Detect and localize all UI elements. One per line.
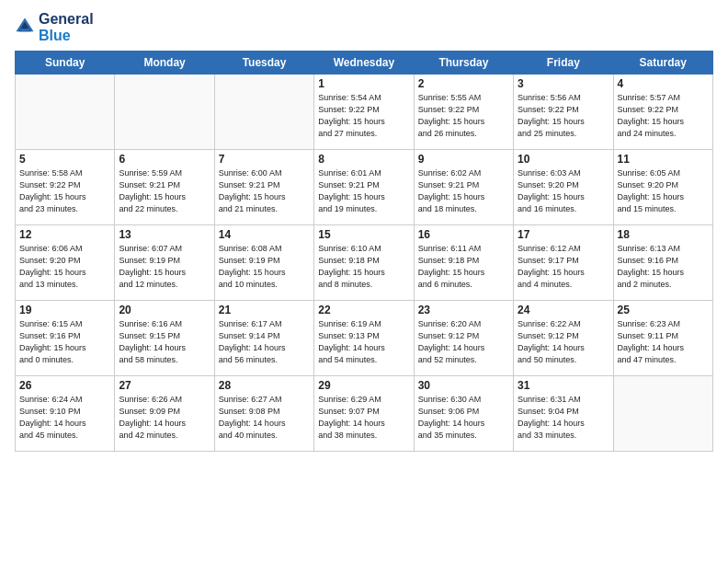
day-info: Sunrise: 5:57 AM Sunset: 9:22 PM Dayligh… [618,92,709,140]
day-cell: 19Sunrise: 6:15 AM Sunset: 9:16 PM Dayli… [16,301,115,376]
day-cell: 12Sunrise: 6:06 AM Sunset: 9:20 PM Dayli… [16,225,115,301]
page: General Blue SundayMondayTuesdayWednesda… [0,0,728,563]
day-number: 14 [219,228,310,241]
day-info: Sunrise: 6:16 AM Sunset: 9:15 PM Dayligh… [119,318,210,366]
logo-text-block: General Blue [39,11,94,43]
day-info: Sunrise: 5:56 AM Sunset: 9:22 PM Dayligh… [518,92,609,140]
day-info: Sunrise: 6:30 AM Sunset: 9:06 PM Dayligh… [418,394,509,442]
day-number: 1 [318,77,409,90]
day-info: Sunrise: 6:12 AM Sunset: 9:17 PM Dayligh… [518,243,609,291]
day-number: 3 [518,77,609,90]
weekday-header-row: SundayMondayTuesdayWednesdayThursdayFrid… [16,52,713,75]
day-info: Sunrise: 6:00 AM Sunset: 9:21 PM Dayligh… [219,167,310,215]
day-number: 26 [19,379,110,392]
day-number: 21 [219,304,310,316]
day-cell: 13Sunrise: 6:07 AM Sunset: 9:19 PM Dayli… [115,225,214,301]
day-info: Sunrise: 6:22 AM Sunset: 9:12 PM Dayligh… [518,318,609,366]
day-cell [613,376,712,452]
day-cell: 25Sunrise: 6:23 AM Sunset: 9:11 PM Dayli… [613,301,712,376]
day-cell: 14Sunrise: 6:08 AM Sunset: 9:19 PM Dayli… [214,225,313,301]
day-cell: 10Sunrise: 6:03 AM Sunset: 9:20 PM Dayli… [514,150,613,225]
week-row-2: 12Sunrise: 6:06 AM Sunset: 9:20 PM Dayli… [16,225,713,301]
day-info: Sunrise: 6:01 AM Sunset: 9:21 PM Dayligh… [318,167,409,215]
day-cell: 1Sunrise: 5:54 AM Sunset: 9:22 PM Daylig… [314,75,414,150]
day-number: 23 [418,304,509,316]
day-number: 18 [618,228,709,241]
weekday-sunday: Sunday [16,52,115,75]
day-cell: 22Sunrise: 6:19 AM Sunset: 9:13 PM Dayli… [314,301,414,376]
day-info: Sunrise: 5:54 AM Sunset: 9:22 PM Dayligh… [318,92,409,140]
day-info: Sunrise: 5:59 AM Sunset: 9:21 PM Dayligh… [119,167,210,215]
day-info: Sunrise: 6:11 AM Sunset: 9:18 PM Dayligh… [418,243,509,291]
weekday-monday: Monday [115,52,214,75]
day-number: 10 [518,153,609,166]
week-row-0: 1Sunrise: 5:54 AM Sunset: 9:22 PM Daylig… [16,75,713,150]
logo-blue: Blue [39,28,94,44]
day-cell [214,75,313,150]
day-cell: 7Sunrise: 6:00 AM Sunset: 9:21 PM Daylig… [214,150,313,225]
day-info: Sunrise: 6:20 AM Sunset: 9:12 PM Dayligh… [418,318,509,366]
day-cell: 20Sunrise: 6:16 AM Sunset: 9:15 PM Dayli… [115,301,214,376]
day-info: Sunrise: 6:24 AM Sunset: 9:10 PM Dayligh… [19,394,110,442]
weekday-friday: Friday [514,52,613,75]
day-number: 9 [418,153,509,166]
calendar: SundayMondayTuesdayWednesdayThursdayFrid… [15,51,713,452]
day-info: Sunrise: 6:05 AM Sunset: 9:20 PM Dayligh… [618,167,709,215]
day-cell: 9Sunrise: 6:02 AM Sunset: 9:21 PM Daylig… [414,150,513,225]
day-cell: 5Sunrise: 5:58 AM Sunset: 9:22 PM Daylig… [16,150,115,225]
day-number: 8 [318,153,409,166]
day-number: 5 [19,153,110,166]
logo-general: General [39,11,94,28]
day-info: Sunrise: 6:10 AM Sunset: 9:18 PM Dayligh… [318,243,409,291]
day-number: 22 [318,304,409,316]
day-info: Sunrise: 6:08 AM Sunset: 9:19 PM Dayligh… [219,243,310,291]
day-number: 12 [19,228,110,241]
day-info: Sunrise: 6:06 AM Sunset: 9:20 PM Dayligh… [19,243,110,291]
week-row-1: 5Sunrise: 5:58 AM Sunset: 9:22 PM Daylig… [16,150,713,225]
day-number: 20 [119,304,210,316]
day-cell: 16Sunrise: 6:11 AM Sunset: 9:18 PM Dayli… [414,225,513,301]
day-cell [115,75,214,150]
day-cell: 31Sunrise: 6:31 AM Sunset: 9:04 PM Dayli… [514,376,613,452]
day-cell: 18Sunrise: 6:13 AM Sunset: 9:16 PM Dayli… [613,225,712,301]
day-info: Sunrise: 6:07 AM Sunset: 9:19 PM Dayligh… [119,243,210,291]
day-info: Sunrise: 6:19 AM Sunset: 9:13 PM Dayligh… [318,318,409,366]
day-info: Sunrise: 6:29 AM Sunset: 9:07 PM Dayligh… [318,394,409,442]
day-cell: 29Sunrise: 6:29 AM Sunset: 9:07 PM Dayli… [314,376,414,452]
day-cell: 2Sunrise: 5:55 AM Sunset: 9:22 PM Daylig… [414,75,513,150]
day-cell: 11Sunrise: 6:05 AM Sunset: 9:20 PM Dayli… [613,150,712,225]
day-info: Sunrise: 6:17 AM Sunset: 9:14 PM Dayligh… [219,318,310,366]
day-number: 13 [119,228,210,241]
day-info: Sunrise: 6:23 AM Sunset: 9:11 PM Dayligh… [618,318,709,366]
day-info: Sunrise: 6:13 AM Sunset: 9:16 PM Dayligh… [618,243,709,291]
logo-icon [15,17,35,37]
day-number: 31 [518,379,609,392]
day-info: Sunrise: 6:03 AM Sunset: 9:20 PM Dayligh… [518,167,609,215]
svg-rect-2 [20,29,29,31]
day-cell: 27Sunrise: 6:26 AM Sunset: 9:09 PM Dayli… [115,376,214,452]
weekday-wednesday: Wednesday [314,52,414,75]
day-number: 4 [618,77,709,90]
day-number: 17 [518,228,609,241]
day-number: 19 [19,304,110,316]
day-number: 30 [418,379,509,392]
header: General Blue [15,11,713,43]
day-number: 2 [418,77,509,90]
day-number: 7 [219,153,310,166]
weekday-saturday: Saturday [613,52,712,75]
day-cell: 24Sunrise: 6:22 AM Sunset: 9:12 PM Dayli… [514,301,613,376]
day-number: 15 [318,228,409,241]
day-cell: 30Sunrise: 6:30 AM Sunset: 9:06 PM Dayli… [414,376,513,452]
day-cell: 6Sunrise: 5:59 AM Sunset: 9:21 PM Daylig… [115,150,214,225]
day-cell: 21Sunrise: 6:17 AM Sunset: 9:14 PM Dayli… [214,301,313,376]
day-info: Sunrise: 6:26 AM Sunset: 9:09 PM Dayligh… [119,394,210,442]
day-number: 11 [618,153,709,166]
day-info: Sunrise: 6:02 AM Sunset: 9:21 PM Dayligh… [418,167,509,215]
day-info: Sunrise: 5:55 AM Sunset: 9:22 PM Dayligh… [418,92,509,140]
day-info: Sunrise: 6:15 AM Sunset: 9:16 PM Dayligh… [19,318,110,366]
day-number: 16 [418,228,509,241]
week-row-4: 26Sunrise: 6:24 AM Sunset: 9:10 PM Dayli… [16,376,713,452]
day-number: 27 [119,379,210,392]
day-info: Sunrise: 6:27 AM Sunset: 9:08 PM Dayligh… [219,394,310,442]
weekday-thursday: Thursday [414,52,513,75]
